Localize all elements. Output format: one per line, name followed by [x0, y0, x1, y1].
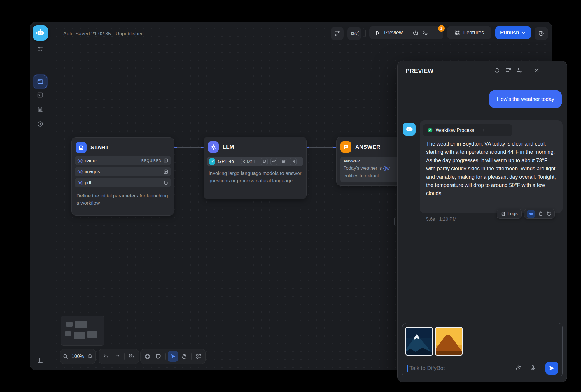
sidebar: [30, 22, 50, 370]
node-llm[interactable]: LLM GPT-4o CHAT Invoking large language …: [204, 137, 307, 199]
close-panel-icon[interactable]: [533, 67, 540, 74]
bot-message-card: Workflow Process The weather in Boydton,…: [420, 120, 563, 213]
node-answer-title: ANSWER: [355, 144, 380, 150]
autosave-status: Auto-Saved 21:02:35 · Unpublished: [63, 31, 144, 37]
hand-mode-icon[interactable]: [179, 351, 189, 362]
sidebar-item-monitoring-icon[interactable]: [37, 120, 44, 127]
annotation-icon[interactable]: [505, 67, 512, 74]
publish-label: Publish: [500, 30, 519, 36]
zoom-in-icon[interactable]: [85, 351, 95, 362]
zoom-out-icon[interactable]: [60, 351, 71, 362]
bot-message-text: The weather in Boydton, VA today is clea…: [426, 140, 557, 198]
annotation-button[interactable]: [331, 27, 344, 40]
answer-variable-token: {{w: [383, 166, 390, 171]
llm-model-row[interactable]: GPT-4o CHAT: [207, 157, 303, 166]
text-to-speech-icon[interactable]: [527, 210, 535, 218]
message-tools: [524, 209, 555, 219]
chat-input-container: [402, 323, 563, 377]
variable-token: {x}: [77, 158, 83, 163]
toolbar-divider: [165, 353, 166, 360]
conversation-settings-icon[interactable]: [517, 67, 523, 74]
model-mode-badge: CHAT: [241, 159, 255, 164]
workflow-process-toggle[interactable]: Workflow Process: [423, 124, 512, 136]
regenerate-icon[interactable]: [547, 211, 552, 216]
app-logo-robot-icon[interactable]: [33, 25, 48, 41]
required-tag: REQUIRED: [141, 159, 161, 163]
vision-capability-icon: [261, 158, 268, 165]
history-controls: [99, 349, 139, 364]
node-llm-description: Invoking large language models to answer…: [204, 166, 306, 184]
add-node-icon[interactable]: [142, 351, 153, 362]
attach-file-icon[interactable]: [516, 365, 522, 371]
features-label: Features: [463, 30, 484, 36]
preview-run-button[interactable]: Preview: [384, 30, 403, 36]
copy-icon[interactable]: [538, 211, 543, 216]
version-history-button[interactable]: [535, 27, 548, 40]
zoom-controls: 100%: [60, 349, 96, 364]
send-icon: [549, 365, 555, 371]
paragraph-type-icon: [163, 169, 168, 174]
group-divider: [409, 29, 409, 36]
files-type-icon: [163, 180, 168, 185]
collapse-sidebar-icon[interactable]: [37, 356, 44, 363]
start-field-images: {x} images: [75, 167, 171, 176]
run-group: Preview: [369, 26, 443, 39]
llm-brain-icon: [208, 141, 219, 153]
panel-resize-handle[interactable]: [394, 218, 395, 225]
preview-panel-title: PREVIEW: [406, 68, 433, 74]
sidebar-item-terminal-icon[interactable]: [37, 92, 44, 99]
preview-panel-actions: [494, 67, 540, 74]
send-message-button[interactable]: [545, 362, 558, 374]
run-history-icon[interactable]: [413, 30, 419, 36]
panel-header-divider: [528, 67, 528, 74]
canvas-minimap[interactable]: [61, 316, 104, 346]
zoom-level[interactable]: 100%: [71, 354, 85, 359]
sidebar-item-orchestrate[interactable]: [34, 75, 47, 88]
node-start[interactable]: START {x} name REQUIRED {x} images {x} p…: [71, 137, 174, 216]
node-llm-header: LLM: [204, 137, 306, 155]
sidebar-divider: [34, 61, 46, 61]
checklist-icon[interactable]: [422, 29, 429, 36]
sidebar-item-logs-icon[interactable]: [37, 106, 44, 113]
logs-icon: [501, 211, 506, 216]
change-history-icon[interactable]: [126, 351, 137, 362]
redo-icon[interactable]: [112, 351, 122, 362]
node-start-title: START: [90, 144, 109, 151]
chevron-right-icon: [481, 128, 486, 132]
voice-input-icon[interactable]: [530, 365, 536, 371]
audio-capability-icon: [270, 158, 277, 165]
attached-image-mountain-night[interactable]: [405, 327, 433, 356]
answer-bubble-icon: [340, 141, 351, 153]
header-divider: [365, 30, 366, 37]
organize-nodes-icon[interactable]: [193, 351, 204, 362]
bot-avatar: [403, 123, 416, 136]
attached-image-mountain-sunset[interactable]: [435, 327, 463, 356]
env-label: ENV: [350, 31, 359, 36]
chat-input[interactable]: [410, 365, 506, 371]
video-capability-icon: [280, 158, 287, 165]
tool-controls: [140, 349, 206, 364]
success-check-icon: [427, 127, 433, 133]
home-icon: [76, 142, 87, 153]
message-meta: 5.6s · 1:20 PM: [426, 217, 456, 222]
features-icon: [454, 30, 460, 36]
text-input-type-icon: [163, 158, 168, 163]
model-name: GPT-4o: [218, 159, 234, 164]
node-llm-title: LLM: [223, 144, 234, 150]
preview-panel: PREVIEW How's the weather today Workflow…: [397, 61, 567, 382]
restart-conversation-icon[interactable]: [494, 67, 500, 74]
node-start-description: Define the initial parameters for launch…: [72, 189, 174, 207]
features-button[interactable]: Features: [447, 26, 491, 39]
undo-icon[interactable]: [101, 351, 111, 362]
logs-button[interactable]: Logs: [497, 209, 522, 219]
env-variables-button[interactable]: ENV: [347, 27, 361, 40]
play-icon[interactable]: [374, 30, 381, 36]
message-action-pills: Logs: [497, 209, 555, 219]
workflow-settings-icon[interactable]: [37, 46, 44, 52]
publish-button[interactable]: Publish: [495, 26, 531, 39]
chevron-down-icon: [521, 30, 526, 35]
text-caret: [407, 365, 408, 372]
add-note-icon[interactable]: [153, 351, 164, 362]
pointer-mode-icon[interactable]: [168, 351, 178, 362]
openai-logo-icon: [209, 158, 215, 165]
